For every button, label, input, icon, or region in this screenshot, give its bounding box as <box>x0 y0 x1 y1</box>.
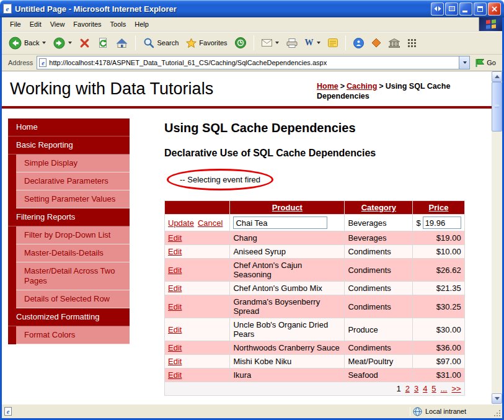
home-icon <box>116 38 128 48</box>
sidebar-section-filtering-reports[interactable]: Filtering Reports <box>8 208 130 226</box>
addon-orange-button[interactable] <box>368 36 384 50</box>
sidebar-section-basic-reporting[interactable]: Basic Reporting <box>8 136 130 154</box>
edit-in-word-button[interactable]: W <box>302 36 324 50</box>
edit-link[interactable]: Edit <box>168 343 182 352</box>
page-header: Working with Data Tutorials Home>Caching… <box>2 71 492 106</box>
edit-link[interactable]: Edit <box>168 325 182 334</box>
menu-tools[interactable]: Tools <box>106 19 131 30</box>
price-edit-input[interactable] <box>423 217 461 229</box>
messenger-icon <box>353 38 364 48</box>
scroll-down-button[interactable] <box>492 393 502 404</box>
sidebar-item-format-colors[interactable]: Format Colors <box>16 326 130 344</box>
addon-grid-button[interactable] <box>404 37 420 50</box>
stop-button[interactable] <box>76 36 93 50</box>
discuss-button[interactable] <box>325 37 341 49</box>
title-bar[interactable]: e Untitled Page - Microsoft Internet Exp… <box>0 0 504 17</box>
status-page-icon: e <box>4 407 12 416</box>
update-link[interactable]: Update <box>168 218 194 228</box>
product-edit-input[interactable] <box>233 217 327 229</box>
products-grid: Product Category Price UpdateCancel <box>164 200 465 396</box>
edit-link[interactable]: Edit <box>168 284 182 293</box>
sort-price-link[interactable]: Price <box>429 203 449 212</box>
forward-icon <box>53 37 65 49</box>
minimize-button[interactable] <box>459 2 472 16</box>
pager-page-4[interactable]: 4 <box>423 384 427 393</box>
scroll-up-button[interactable] <box>492 71 502 82</box>
arrow-up-icon <box>495 75 500 78</box>
resize-grip[interactable] <box>493 409 501 417</box>
back-dropdown-icon <box>42 42 46 44</box>
product-cell: Mishi Kobe Niku <box>230 355 345 369</box>
building-icon <box>389 38 400 48</box>
menu-favorites[interactable]: Favorites <box>69 19 105 30</box>
breadcrumb-separator: > <box>379 82 383 91</box>
go-button[interactable]: Go <box>474 57 500 69</box>
address-dropdown-button[interactable] <box>459 56 469 69</box>
breadcrumb-link-caching[interactable]: Caching <box>347 82 377 91</box>
menu-view[interactable]: View <box>46 19 69 30</box>
print-button[interactable] <box>283 37 301 50</box>
close-button[interactable]: × <box>488 2 501 16</box>
price-edit-cell: $ <box>413 215 464 231</box>
research-button[interactable] <box>386 37 403 50</box>
sidebar-item-setting-parameter-values[interactable]: Setting Parameter Values <box>16 190 130 208</box>
status-bar: e Local intranet <box>2 404 502 418</box>
grid-header-price: Price <box>413 201 464 215</box>
menu-help[interactable]: Help <box>130 19 153 30</box>
pager-page-3[interactable]: 3 <box>414 384 418 393</box>
product-cell: Chef Anton's Cajun Seasoning <box>230 259 345 282</box>
sidebar-item-master-detail-across-two-pages[interactable]: Master/Detail Across Two Pages <box>16 262 130 290</box>
pager-next-link[interactable]: >> <box>451 384 461 393</box>
sidebar-item-simple-display[interactable]: Simple Display <box>16 154 130 172</box>
sidebar-item-filter-by-drop-down-list[interactable]: Filter by Drop-Down List <box>16 226 130 244</box>
search-button[interactable]: Search <box>140 35 182 50</box>
breadcrumb-link-home[interactable]: Home <box>317 82 338 91</box>
pager-page-2[interactable]: 2 <box>405 384 410 393</box>
category-cell: Meat/Poultry <box>345 355 413 369</box>
history-icon <box>235 37 246 48</box>
sidebar-item-home[interactable]: Home <box>8 118 130 136</box>
edit-link[interactable]: Edit <box>168 266 182 275</box>
messenger-button[interactable] <box>350 36 367 50</box>
pager-page-5[interactable]: 5 <box>431 384 436 393</box>
mail-icon <box>262 39 272 47</box>
sidebar-section-customized-formatting[interactable]: Customized Formatting <box>8 308 130 326</box>
maximize-button[interactable] <box>474 2 487 16</box>
edit-link[interactable]: Edit <box>168 233 182 243</box>
menu-edit[interactable]: Edit <box>25 19 46 30</box>
grid-edit-row: UpdateCancel Beverages $ <box>165 215 465 231</box>
sort-product-link[interactable]: Product <box>272 203 303 212</box>
product-cell: Chang <box>230 231 345 245</box>
scrollbar-thumb[interactable] <box>492 82 502 132</box>
menu-file[interactable]: File <box>6 19 25 30</box>
back-button[interactable]: Back <box>6 35 49 51</box>
mail-button[interactable] <box>259 37 282 48</box>
restore-panels-button[interactable] <box>431 2 444 16</box>
sidebar-item-master-details-details[interactable]: Master-Details-Details <box>16 244 130 262</box>
edit-link[interactable]: Edit <box>168 370 182 380</box>
pager-more-link[interactable]: ... <box>441 384 448 393</box>
window-panel-button[interactable] <box>445 2 458 16</box>
pager-current-page: 1 <box>396 384 400 393</box>
price-cell: $30.25 <box>413 295 464 318</box>
edit-link[interactable]: Edit <box>168 357 182 366</box>
vertical-scrollbar[interactable] <box>492 71 502 404</box>
refresh-button[interactable] <box>94 35 112 50</box>
cancel-link[interactable]: Cancel <box>198 218 223 228</box>
star-icon <box>186 38 197 48</box>
home-button[interactable] <box>113 36 131 50</box>
forward-button[interactable] <box>50 35 75 51</box>
edit-dropdown-icon <box>317 42 321 44</box>
favorites-label: Favorites <box>199 39 227 47</box>
grid-icon <box>407 38 417 48</box>
back-icon <box>9 37 22 50</box>
history-button[interactable] <box>232 35 249 50</box>
sidebar-item-details-of-selected-row[interactable]: Details of Selected Row <box>16 290 130 308</box>
table-row: Edit Northwoods Cranberry Sauce Condimen… <box>165 341 465 355</box>
edit-link[interactable]: Edit <box>168 302 182 311</box>
sort-category-link[interactable]: Category <box>361 203 396 212</box>
edit-link[interactable]: Edit <box>168 247 182 256</box>
sidebar-item-declarative-parameters[interactable]: Declarative Parameters <box>16 172 130 190</box>
address-input[interactable] <box>46 57 459 68</box>
favorites-button[interactable]: Favorites <box>183 36 230 50</box>
